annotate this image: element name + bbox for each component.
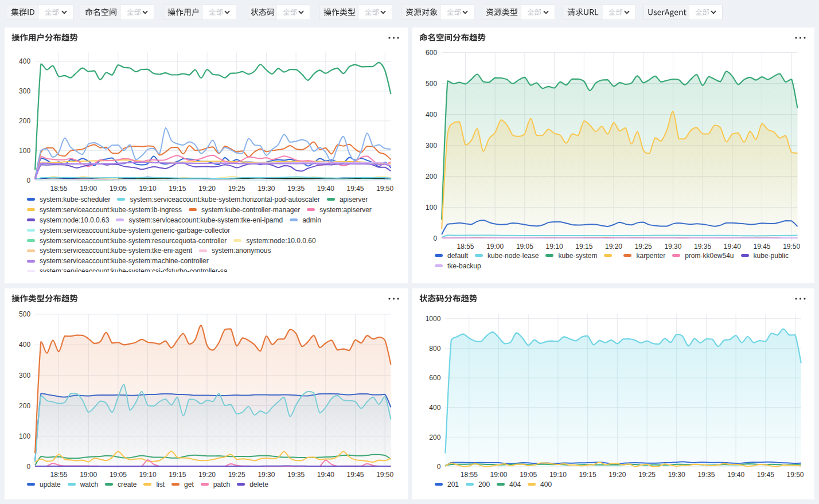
svg-text:19:50: 19:50: [783, 243, 800, 251]
svg-text:400: 400: [429, 404, 440, 412]
svg-text:19:40: 19:40: [727, 471, 744, 479]
svg-text:300: 300: [19, 87, 30, 95]
svg-text:0: 0: [433, 235, 437, 243]
svg-text:400: 400: [19, 57, 30, 65]
svg-text:19:10: 19:10: [546, 243, 563, 251]
svg-text:19:45: 19:45: [757, 471, 774, 479]
svg-text:19:35: 19:35: [697, 471, 715, 479]
svg-text:19:45: 19:45: [753, 243, 770, 251]
svg-text:400: 400: [19, 341, 30, 349]
svg-text:19:15: 19:15: [169, 471, 186, 479]
svg-text:19:50: 19:50: [786, 471, 804, 479]
svg-text:19:20: 19:20: [198, 185, 216, 193]
svg-text:19:35: 19:35: [287, 471, 305, 479]
svg-text:600: 600: [426, 49, 437, 57]
svg-text:19:30: 19:30: [668, 471, 685, 479]
svg-text:19:05: 19:05: [110, 185, 127, 193]
svg-text:19:35: 19:35: [287, 185, 305, 193]
svg-text:19:15: 19:15: [579, 471, 596, 479]
svg-text:19:30: 19:30: [258, 471, 275, 479]
svg-text:0: 0: [26, 463, 30, 471]
svg-text:19:50: 19:50: [376, 185, 393, 193]
svg-text:18:55: 18:55: [50, 185, 67, 193]
svg-text:100: 100: [19, 147, 30, 155]
svg-text:500: 500: [19, 310, 30, 318]
svg-text:19:50: 19:50: [376, 471, 393, 479]
svg-text:200: 200: [429, 433, 440, 442]
svg-text:19:45: 19:45: [346, 185, 364, 193]
svg-text:19:25: 19:25: [638, 471, 656, 479]
svg-text:19:20: 19:20: [605, 243, 622, 251]
svg-text:19:25: 19:25: [635, 243, 652, 251]
svg-text:19:15: 19:15: [575, 243, 592, 251]
svg-text:1000: 1000: [426, 315, 441, 323]
svg-text:19:10: 19:10: [139, 471, 157, 479]
svg-text:19:25: 19:25: [228, 471, 245, 479]
svg-text:19:05: 19:05: [520, 471, 537, 479]
svg-text:19:00: 19:00: [80, 471, 97, 479]
svg-text:300: 300: [426, 142, 437, 150]
svg-text:19:40: 19:40: [317, 185, 334, 193]
svg-text:0: 0: [437, 463, 441, 471]
svg-text:19:20: 19:20: [198, 471, 216, 479]
svg-text:400: 400: [426, 111, 437, 119]
svg-text:19:30: 19:30: [664, 243, 681, 251]
svg-text:600: 600: [429, 374, 440, 382]
svg-text:18:55: 18:55: [457, 243, 474, 251]
svg-text:200: 200: [426, 173, 437, 181]
svg-text:19:10: 19:10: [139, 185, 157, 193]
svg-text:19:05: 19:05: [516, 243, 533, 251]
svg-text:19:00: 19:00: [80, 185, 97, 193]
svg-text:19:00: 19:00: [490, 471, 507, 479]
svg-text:0: 0: [26, 177, 30, 185]
svg-text:800: 800: [429, 345, 440, 353]
svg-text:19:35: 19:35: [694, 243, 711, 251]
svg-text:19:45: 19:45: [346, 471, 364, 479]
svg-text:18:55: 18:55: [50, 471, 67, 479]
svg-text:200: 200: [19, 117, 30, 125]
svg-text:200: 200: [19, 402, 30, 410]
svg-text:19:40: 19:40: [317, 471, 334, 479]
svg-text:100: 100: [19, 432, 30, 440]
svg-text:19:40: 19:40: [724, 243, 741, 251]
svg-text:19:20: 19:20: [609, 471, 626, 479]
svg-text:100: 100: [426, 204, 437, 212]
svg-text:19:15: 19:15: [169, 185, 186, 193]
svg-text:500: 500: [426, 80, 437, 88]
svg-text:19:25: 19:25: [228, 185, 245, 193]
svg-text:18:55: 18:55: [461, 471, 478, 479]
svg-text:19:00: 19:00: [486, 243, 504, 251]
svg-text:19:10: 19:10: [549, 471, 567, 479]
svg-text:19:30: 19:30: [258, 185, 275, 193]
svg-text:300: 300: [19, 372, 30, 380]
svg-text:19:05: 19:05: [110, 471, 127, 479]
